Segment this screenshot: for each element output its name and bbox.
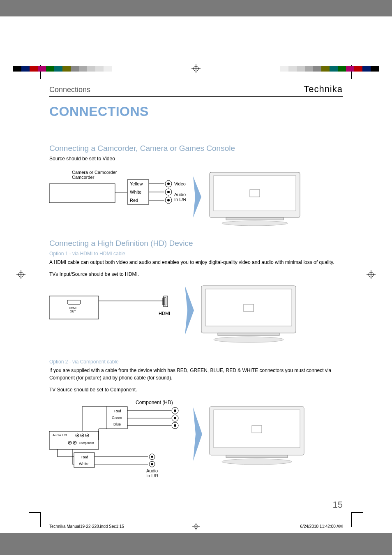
svg-text:Red: Red <box>81 455 88 459</box>
svg-text:HDMI: HDMI <box>69 307 76 310</box>
diagram-hdmi: HDMI OUT HDMI <box>49 284 343 347</box>
svg-text:Audio L/R: Audio L/R <box>53 433 67 437</box>
page-title: CONNECTIONS <box>49 104 343 119</box>
svg-point-55 <box>87 435 88 436</box>
crop-mark <box>29 512 41 513</box>
footer-file: Technika Manual19-22-228.indd Sec1:15 <box>49 524 124 529</box>
option-prefix: Option 1 - <box>49 251 72 257</box>
registration-mark-icon <box>191 64 201 73</box>
hdmi-description: A HDMI cable can output both video and a… <box>49 259 343 266</box>
svg-rect-31 <box>250 190 260 197</box>
section-camcorder: Connecting a Camcorder, Camera or Games … <box>49 144 343 227</box>
svg-text:Video: Video <box>174 181 186 186</box>
svg-point-75 <box>174 417 176 419</box>
crop-mark <box>351 512 363 513</box>
registration-mark-icon <box>192 523 200 530</box>
tv-icon <box>210 172 300 226</box>
footer: Technika Manual19-22-228.indd Sec1:15 6/… <box>0 523 392 533</box>
svg-text:Red: Red <box>114 409 121 413</box>
svg-point-77 <box>174 424 176 427</box>
svg-text:Camcorder: Camcorder <box>72 175 95 180</box>
section-label: Connections <box>49 86 90 94</box>
svg-rect-96 <box>252 426 262 433</box>
option-suffix: via Component cable <box>72 359 119 365</box>
diagram-component: Component (HD) Audio L/R Component Red G… <box>49 399 343 483</box>
svg-text:Blue: Blue <box>113 422 121 426</box>
svg-rect-45 <box>218 333 279 335</box>
svg-rect-44 <box>244 304 254 312</box>
page-content: Connections Technika CONNECTIONS Connect… <box>0 76 392 523</box>
section-heading: Connecting a High Definition (HD) Device <box>49 239 343 248</box>
svg-text:White: White <box>130 190 141 194</box>
svg-text:Component: Component <box>79 442 94 445</box>
svg-text:In L/R: In L/R <box>146 473 158 478</box>
svg-point-24 <box>167 199 170 201</box>
footer-timestamp: 6/24/2010 11:42:00 AM <box>300 524 343 529</box>
svg-text:OUT: OUT <box>70 310 76 313</box>
section-heading: Connecting a Camcorder, Camera or Games … <box>49 144 343 153</box>
svg-point-20 <box>167 183 170 185</box>
tv-icon <box>210 407 304 465</box>
svg-rect-35 <box>67 300 81 304</box>
component-source-note: TV Source should be set to Component. <box>49 386 343 393</box>
section-component: Option 2 - via Component cable If you ar… <box>49 358 343 483</box>
tv-icon <box>201 286 296 342</box>
svg-text:Audio: Audio <box>146 468 158 473</box>
svg-rect-97 <box>226 455 288 458</box>
registration-bar-top <box>0 62 392 76</box>
svg-point-73 <box>174 409 176 412</box>
svg-rect-39 <box>164 298 166 305</box>
svg-text:In L/R: In L/R <box>174 197 186 202</box>
hdmi-source-note: TVs Input/Source should be set to HDMI. <box>49 271 343 278</box>
svg-point-88 <box>151 456 153 458</box>
color-strip-left <box>13 66 112 72</box>
svg-marker-41 <box>185 286 194 335</box>
page-number: 15 <box>49 500 343 510</box>
svg-point-51 <box>77 435 78 436</box>
brand-logo: Technika <box>304 84 343 95</box>
svg-text:Green: Green <box>112 416 122 420</box>
svg-point-59 <box>74 442 76 444</box>
svg-marker-28 <box>193 176 201 217</box>
svg-marker-93 <box>193 407 202 461</box>
svg-point-22 <box>167 191 170 193</box>
svg-point-90 <box>151 463 153 465</box>
diagram-camcorder: Camera or Camcorder Camcorder Yellow Whi… <box>49 168 343 227</box>
svg-text:Yellow: Yellow <box>130 181 143 186</box>
svg-point-98 <box>222 459 292 465</box>
option-suffix: via HDMI to HDMI cable <box>72 251 125 257</box>
svg-rect-32 <box>226 217 284 220</box>
svg-text:White: White <box>79 462 88 466</box>
svg-rect-9 <box>49 184 115 203</box>
svg-text:HDMI: HDMI <box>159 311 170 316</box>
option-prefix: Option 2 - <box>49 359 72 365</box>
svg-text:Red: Red <box>130 198 138 203</box>
svg-point-33 <box>222 221 288 226</box>
svg-text:Audio: Audio <box>174 192 186 197</box>
manual-page: Connections Technika CONNECTIONS Connect… <box>0 16 392 533</box>
label-device: Camera or Camcorder <box>72 170 117 175</box>
svg-text:Component (HD): Component (HD) <box>136 400 173 405</box>
source-note: Source should be set to Video <box>49 155 343 162</box>
section-hdmi: Connecting a High Definition (HD) Device… <box>49 239 343 347</box>
color-strip-right <box>280 66 379 72</box>
svg-point-46 <box>214 337 284 342</box>
component-description: If you are supplied with a cable from th… <box>49 367 343 382</box>
svg-point-57 <box>69 442 71 444</box>
svg-point-53 <box>82 435 83 436</box>
